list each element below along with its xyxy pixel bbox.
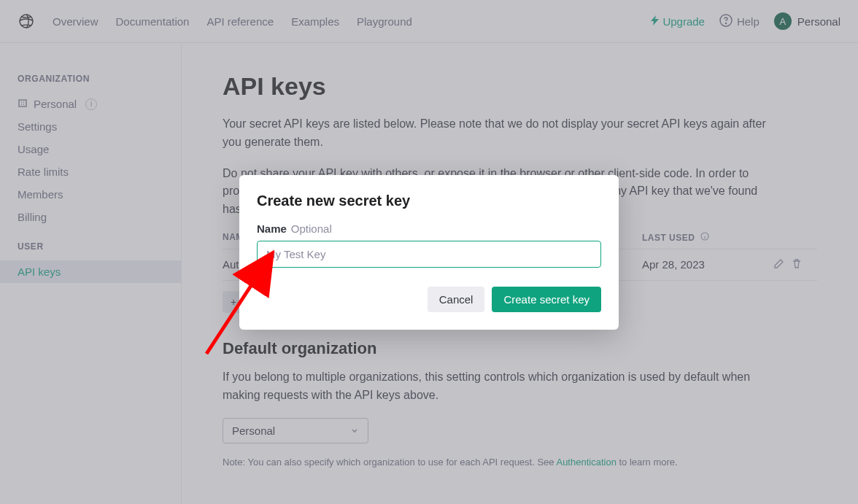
optional-label: Optional xyxy=(291,222,332,235)
key-name-input[interactable] xyxy=(257,241,601,268)
modal-title: Create new secret key xyxy=(257,193,601,209)
create-secret-key-button[interactable]: Create secret key xyxy=(492,287,601,312)
name-field-label: NameOptional xyxy=(257,222,601,235)
cancel-button[interactable]: Cancel xyxy=(428,287,485,312)
create-key-modal: Create new secret key NameOptional Cance… xyxy=(239,175,619,330)
